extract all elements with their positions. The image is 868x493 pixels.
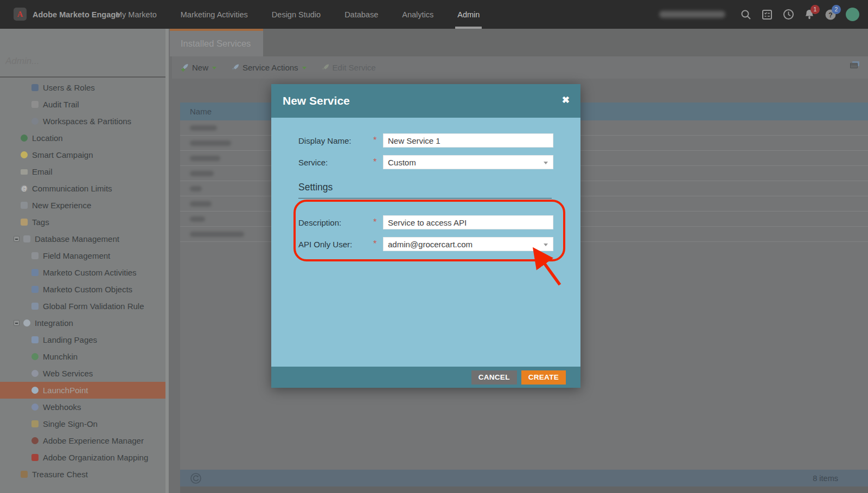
- sidebar-item-audit-trail[interactable]: Audit Trail: [0, 96, 165, 113]
- sidebar-item-marketo-custom-objects[interactable]: Marketo Custom Objects: [0, 281, 165, 298]
- email-icon: [21, 169, 28, 175]
- admin-tree: Users & RolesAudit TrailWorkspaces & Par…: [0, 79, 165, 483]
- cancel-button[interactable]: CANCEL: [471, 370, 517, 385]
- sidebar-item-marketo-custom-activities[interactable]: Marketo Custom Activities: [0, 264, 165, 281]
- sidebar-item-email[interactable]: Email: [0, 163, 165, 180]
- redacted-row-text: [190, 186, 202, 191]
- dialog-footer: CANCEL CREATE: [271, 367, 580, 388]
- display-name-input[interactable]: [383, 133, 553, 148]
- top-navigation: A Adobe Marketo Engage My MarketoMarketi…: [0, 0, 868, 29]
- webhooks-icon: [31, 404, 39, 411]
- brand-title: Adobe Marketo Engage: [33, 10, 120, 19]
- sidebar-item-label: Users & Roles: [43, 83, 95, 92]
- nav-item-database[interactable]: Database: [344, 0, 378, 29]
- sidebar-item-label: Munchkin: [43, 352, 78, 361]
- sidebar-item-users-roles[interactable]: Users & Roles: [0, 79, 165, 96]
- treasure-chest-icon: [21, 471, 28, 478]
- panel-window-icon[interactable]: [850, 61, 859, 68]
- landing-pages-icon: [31, 336, 39, 343]
- close-icon[interactable]: ✖: [562, 94, 570, 106]
- help-icon[interactable]: ? 2: [825, 9, 837, 21]
- sidebar-item-label: Webhooks: [43, 402, 81, 412]
- dialog-title: New Service: [283, 94, 350, 107]
- sidebar-item-new-experience[interactable]: New Experience: [0, 197, 165, 214]
- munchkin-icon: [31, 353, 39, 360]
- collapse-icon[interactable]: [14, 320, 20, 326]
- sidebar-item-workspaces-partitions[interactable]: Workspaces & Partitions: [0, 113, 165, 130]
- grid-status-bar: 8 items: [180, 470, 868, 486]
- items-count: 8 items: [813, 474, 838, 483]
- redacted-account-text: [659, 11, 725, 18]
- sidebar-item-database-management[interactable]: Database Management: [0, 231, 165, 247]
- service-actions-button[interactable]: Service Actions: [231, 63, 307, 72]
- sidebar-item-label: Treasure Chest: [32, 470, 88, 479]
- display-name-row: Display Name: *: [298, 133, 565, 148]
- sidebar-item-label: Audit Trail: [43, 100, 79, 109]
- sidebar-item-communication-limits[interactable]: @Communication Limits: [0, 180, 165, 197]
- tasks-checklist-icon[interactable]: [761, 9, 773, 21]
- api-only-user-dropdown[interactable]: admin@grocercart.com: [383, 237, 553, 251]
- notifications-bell-icon[interactable]: 1: [803, 9, 815, 21]
- redacted-row-text: [190, 216, 205, 222]
- create-button[interactable]: CREATE: [521, 370, 566, 385]
- sidebar-item-label: Field Management: [43, 251, 110, 260]
- sidebar-item-field-management[interactable]: Field Management: [0, 247, 165, 264]
- sidebar-item-integration[interactable]: Integration: [0, 315, 165, 331]
- bottom-strip: [180, 486, 868, 493]
- tab-installed-services[interactable]: Installed Services: [170, 29, 263, 56]
- sidebar-item-treasure-chest[interactable]: Treasure Chest: [0, 466, 165, 483]
- sidebar-item-label: Smart Campaign: [32, 150, 93, 159]
- user-avatar[interactable]: [846, 8, 859, 21]
- collapse-icon[interactable]: [14, 236, 20, 242]
- sidebar-item-location[interactable]: Location: [0, 130, 165, 146]
- launchpoint-icon: [31, 387, 39, 394]
- sidebar-item-label: Web Services: [43, 369, 93, 378]
- help-badge: 2: [832, 5, 841, 14]
- service-row: Service: * Custom: [298, 155, 565, 169]
- service-dropdown[interactable]: Custom: [383, 155, 553, 169]
- edit-service-button[interactable]: Edit Service: [321, 63, 376, 72]
- sidebar-item-smart-campaign[interactable]: Smart Campaign: [0, 146, 165, 163]
- sidebar-item-global-form-validation-rule[interactable]: Global Form Validation Rule: [0, 298, 165, 315]
- web-services-icon: [31, 370, 39, 377]
- redacted-row-text: [190, 125, 217, 131]
- refresh-icon[interactable]: [190, 472, 202, 484]
- rocket-icon: [231, 63, 240, 72]
- sidebar-item-tags[interactable]: Tags: [0, 214, 165, 231]
- users-icon: [31, 84, 39, 91]
- sidebar-item-webhooks[interactable]: Webhooks: [0, 399, 165, 415]
- nav-item-my-marketo[interactable]: My Marketo: [116, 0, 157, 29]
- sidebar-item-web-services[interactable]: Web Services: [0, 365, 165, 382]
- description-input[interactable]: [383, 215, 553, 229]
- sidebar-item-munchkin[interactable]: Munchkin: [0, 348, 165, 365]
- sidebar-item-label: Integration: [35, 318, 73, 328]
- sidebar-item-single-sign-on[interactable]: Single Sign-On: [0, 415, 165, 432]
- adobe-logo[interactable]: A: [14, 8, 27, 21]
- sidebar-item-launchpoint[interactable]: LaunchPoint: [0, 382, 165, 399]
- nav-item-design-studio[interactable]: Design Studio: [272, 0, 321, 29]
- new-button[interactable]: New: [180, 63, 216, 72]
- nav-item-analytics[interactable]: Analytics: [402, 0, 433, 29]
- admin-filter-input[interactable]: [5, 56, 157, 67]
- history-clock-icon[interactable]: [782, 9, 794, 21]
- sidebar-item-landing-pages[interactable]: Landing Pages: [0, 331, 165, 348]
- nav-item-marketing-activities[interactable]: Marketing Activities: [181, 0, 248, 29]
- required-asterisk: *: [373, 239, 383, 249]
- nav-menu: My MarketoMarketing ActivitiesDesign Stu…: [116, 0, 480, 29]
- nav-right-cluster: 1 ? 2: [659, 0, 859, 29]
- sidebar-item-adobe-experience-manager[interactable]: Adobe Experience Manager: [0, 432, 165, 449]
- sidebar-item-label: Workspaces & Partitions: [43, 117, 131, 126]
- tab-strip: Installed Services: [172, 29, 868, 56]
- sidebar-divider: [0, 76, 165, 78]
- settings-heading: Settings: [298, 182, 552, 199]
- search-icon[interactable]: [740, 9, 752, 21]
- new-experience-icon: [21, 202, 28, 209]
- integration-icon: [23, 319, 30, 326]
- sidebar-item-label: Marketo Custom Objects: [43, 285, 132, 294]
- chevron-down-icon: [302, 67, 307, 69]
- form-validation-icon: [31, 303, 39, 310]
- sidebar-item-adobe-organization-mapping[interactable]: Adobe Organization Mapping: [0, 449, 165, 466]
- display-name-label: Display Name:: [298, 136, 373, 145]
- api-only-user-label: API Only User:: [298, 240, 373, 249]
- nav-item-admin[interactable]: Admin: [457, 0, 480, 29]
